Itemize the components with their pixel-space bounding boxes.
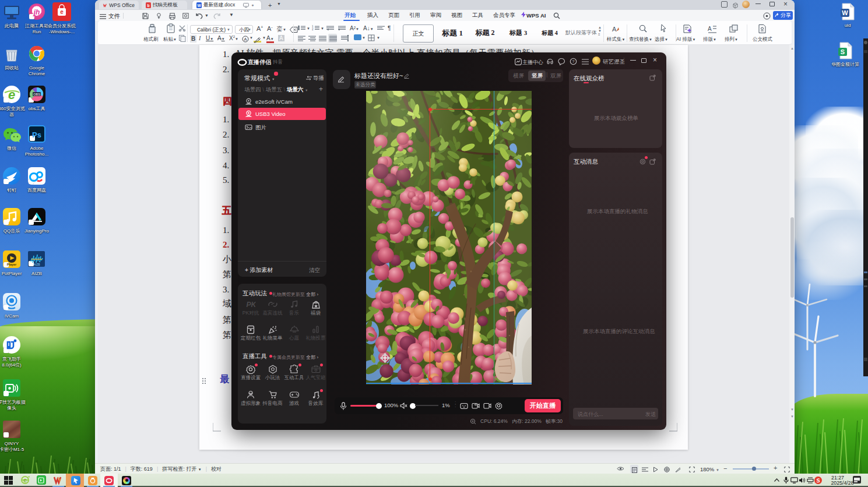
- svg-text:?: ?: [572, 59, 575, 63]
- svg-text:S: S: [841, 48, 845, 55]
- svg-text:A: A: [244, 37, 247, 42]
- svg-text:A: A: [708, 26, 712, 32]
- svg-text:OBS: OBS: [33, 93, 40, 96]
- svg-text:W: W: [842, 9, 848, 16]
- svg-text:e: e: [8, 87, 15, 102]
- svg-text:e: e: [60, 9, 64, 15]
- svg-text:2: 2: [312, 28, 314, 31]
- svg-text:PK: PK: [247, 301, 256, 309]
- svg-text:Player: Player: [7, 263, 17, 266]
- svg-text:b: b: [147, 3, 150, 7]
- svg-text:Ps: Ps: [32, 130, 41, 139]
- svg-text:e: e: [23, 477, 27, 484]
- svg-text:jh: jh: [33, 8, 40, 16]
- svg-text:A: A: [612, 26, 617, 33]
- svg-text:W: W: [197, 3, 201, 7]
- svg-text:AIZB: AIZB: [33, 263, 40, 266]
